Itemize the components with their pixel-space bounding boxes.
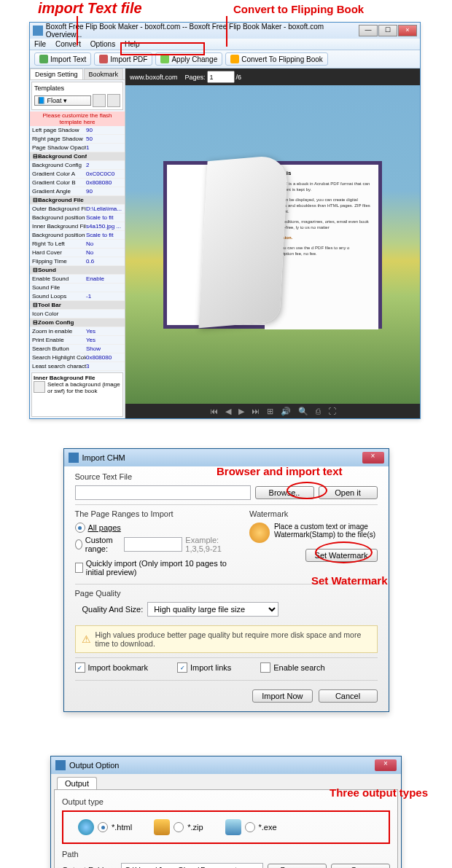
first-icon[interactable]: ⏮ xyxy=(210,407,218,415)
warning-icon: ⚠ xyxy=(82,633,91,645)
menu-options[interactable]: Options xyxy=(90,40,115,48)
open-it-button[interactable]: Open it xyxy=(319,486,378,499)
property-row[interactable]: Page Shadow Opacity1 xyxy=(30,144,125,152)
quality-label: Page Quality xyxy=(75,589,378,598)
thumbnails-icon[interactable]: ⊞ xyxy=(267,407,273,416)
preview-url: www.boxoft.com xyxy=(130,74,178,81)
template-export-icon[interactable] xyxy=(107,94,120,107)
property-row[interactable]: Background Config2 xyxy=(30,161,125,170)
convert-to-flipping-book-button[interactable]: Convert To Flipping Book xyxy=(225,52,328,66)
prev-icon[interactable]: ◀ xyxy=(225,407,231,416)
property-row[interactable]: ⊟Background Config xyxy=(30,152,125,161)
cancel-button[interactable]: Cancel xyxy=(319,689,378,703)
output-tab[interactable]: Output xyxy=(57,777,97,789)
plus-icon xyxy=(39,55,48,63)
example-text: Example: 1,3,5,9-21 xyxy=(185,536,235,553)
property-row[interactable]: ⊟Background File xyxy=(30,196,125,205)
print-icon[interactable]: ⎙ xyxy=(316,407,321,415)
zoom-icon[interactable]: 🔍 xyxy=(298,407,308,416)
zip-radio[interactable] xyxy=(174,822,184,832)
quickly-import-checkbox[interactable] xyxy=(75,563,83,573)
custom-range-input[interactable] xyxy=(124,537,182,552)
property-row[interactable]: Sound File xyxy=(30,284,125,292)
quality-select[interactable]: High quality large file size xyxy=(147,602,278,617)
quality-size-label: Quality And Size: xyxy=(82,605,144,614)
enable-search-checkbox[interactable] xyxy=(260,662,270,673)
property-row[interactable]: Least search characters3 xyxy=(30,362,125,371)
property-row[interactable]: Background positionScale to fit xyxy=(30,231,125,240)
main-app-window: Boxoft Free Flip Book Maker - boxoft.com… xyxy=(29,22,421,419)
property-row[interactable]: Print EnableYes xyxy=(30,336,125,345)
source-file-input[interactable] xyxy=(75,485,251,500)
viewer-toolbar: ⏮ ◀ ▶ ⏭ ⊞ 🔊 🔍 ⎙ ⛶ xyxy=(125,404,420,418)
watermark-label: Watermark xyxy=(249,509,378,518)
annotation-circle-browse xyxy=(287,482,327,499)
all-pages-label: All pages xyxy=(88,523,121,532)
path-label: Path xyxy=(62,850,390,859)
template-dropdown[interactable]: 📘 Float ▾ xyxy=(34,95,91,106)
property-row[interactable]: ⊟Sound xyxy=(30,266,125,275)
exe-radio[interactable] xyxy=(245,822,255,832)
property-row[interactable]: Gradient Color A0xC0C0C0 xyxy=(30,170,125,179)
menu-file[interactable]: File xyxy=(34,40,46,48)
fullscreen-icon[interactable]: ⛶ xyxy=(328,407,336,415)
custom-range-label: Custom range: xyxy=(85,536,122,553)
workspace: Design Setting Bookmark Templates 📘 Floa… xyxy=(30,69,420,418)
tab-bookmark[interactable]: Bookmark xyxy=(84,69,124,79)
annotation-circle-watermark xyxy=(315,541,373,563)
close-icon[interactable]: × xyxy=(375,759,397,771)
all-pages-radio[interactable] xyxy=(75,523,85,533)
browse-button[interactable]: Browse... xyxy=(268,864,327,868)
file-icon[interactable] xyxy=(34,381,45,393)
customize-link[interactable]: Please customize the flash template here xyxy=(30,112,125,126)
close-button[interactable]: × xyxy=(398,25,417,36)
property-row[interactable]: Gradient Angle90 xyxy=(30,187,125,196)
property-row[interactable]: Outer Background FileD:\Lelia\ima... xyxy=(30,205,125,214)
import-now-button[interactable]: Import Now xyxy=(252,689,312,703)
property-row[interactable]: Right page Shadow50 xyxy=(30,135,125,144)
property-row[interactable]: Right To LeftNo xyxy=(30,240,125,249)
template-refresh-icon[interactable] xyxy=(93,94,106,107)
property-row[interactable]: ⊟Zoom Config xyxy=(30,318,125,327)
property-row[interactable]: Zoom in enableYes xyxy=(30,327,125,336)
property-row[interactable]: Sound Loops-1 xyxy=(30,292,125,301)
property-row[interactable]: Flipping Time0.6 xyxy=(30,257,125,266)
properties-grid[interactable]: Left page Shadow90Right page Shadow50Pag… xyxy=(30,126,125,371)
sound-icon[interactable]: 🔊 xyxy=(281,407,291,416)
custom-range-radio[interactable] xyxy=(75,539,82,550)
window-titlebar: Boxoft Free Flip Book Maker - boxoft.com… xyxy=(30,23,420,39)
property-row[interactable]: Background positionScale to fit xyxy=(30,214,125,222)
property-row[interactable]: Inner Background Files4a150.jpg ... xyxy=(30,222,125,231)
info-text: High values produce better page quality … xyxy=(96,630,371,648)
property-row[interactable]: ⊟Tool Bar xyxy=(30,301,125,310)
import-bookmark-checkbox[interactable] xyxy=(75,662,85,673)
watermark-icon xyxy=(249,523,270,543)
open-button[interactable]: Open xyxy=(331,864,390,868)
property-row[interactable]: Icon Color xyxy=(30,310,125,318)
property-row[interactable]: Gradient Color B0x808080 xyxy=(30,179,125,187)
next-icon[interactable]: ▶ xyxy=(238,407,244,416)
annotation-browser-import: Browser and import text xyxy=(217,465,343,477)
inner-bg-label: Inner Background File xyxy=(34,375,121,381)
property-row[interactable]: Search ButtonShow xyxy=(30,345,125,353)
page-input[interactable] xyxy=(207,71,235,83)
templates-panel: Templates 📘 Float ▾ xyxy=(31,82,123,110)
minimize-button[interactable]: — xyxy=(359,25,378,36)
preview-area: www.boxoft.com Pages: /6 What is Flip PD… xyxy=(125,69,420,418)
window-controls: — ☐ × xyxy=(358,25,417,36)
html-radio[interactable] xyxy=(98,822,108,832)
flipbook-preview[interactable]: What is Flip PDF is a ebook in Acrobat P… xyxy=(125,85,420,404)
annotation-convert: Convert to Flipping Book xyxy=(233,3,364,15)
output-folder-input[interactable] xyxy=(121,863,263,868)
property-row[interactable]: Left page Shadow90 xyxy=(30,126,125,135)
maximize-button[interactable]: ☐ xyxy=(378,25,397,36)
last-icon[interactable]: ⏭ xyxy=(252,407,260,415)
app-icon xyxy=(33,26,43,36)
import-links-checkbox[interactable] xyxy=(177,662,187,673)
tab-design-setting[interactable]: Design Setting xyxy=(30,69,83,79)
property-row[interactable]: Hard CoverNo xyxy=(30,249,125,257)
property-row[interactable]: Search Highlight Color0x808080 xyxy=(30,353,125,362)
close-icon[interactable]: × xyxy=(362,452,384,464)
property-row[interactable]: Enable SoundEnable xyxy=(30,275,125,284)
import-text-button[interactable]: Import Text xyxy=(34,52,91,66)
